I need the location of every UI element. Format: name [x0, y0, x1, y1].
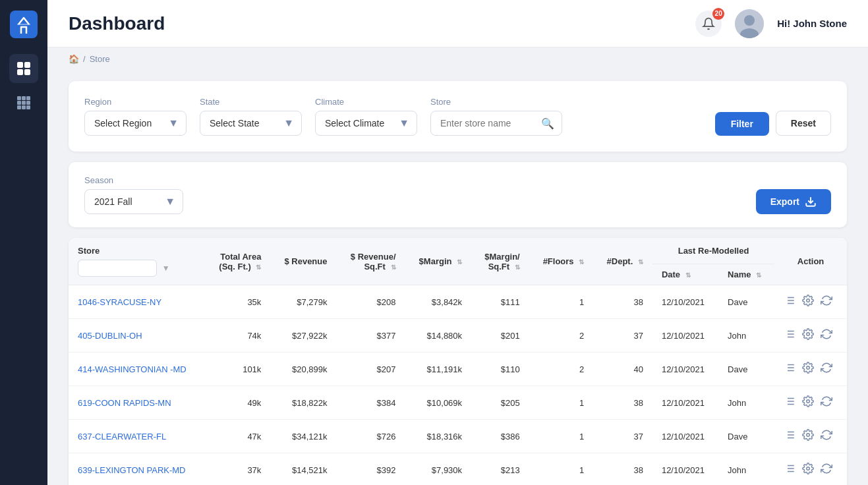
th-revenue-sqft: $ Revenue/Sq.Ft ⇅	[336, 238, 405, 285]
cell-total-area: 49k	[205, 386, 270, 420]
sidebar-item-grid[interactable]	[9, 88, 38, 117]
th-total-area: Total Area(Sq. Ft.) ⇅	[205, 238, 270, 285]
table-row: 1046-SYRACUSE-NY 35k $7,279k $208 $3,842…	[69, 285, 847, 319]
cell-margin: $11,191k	[405, 353, 472, 386]
cell-margin-sqft: $111	[471, 285, 529, 319]
svg-rect-9	[26, 101, 30, 105]
climate-select[interactable]: Select Climate	[315, 111, 417, 136]
table-body: 1046-SYRACUSE-NY 35k $7,279k $208 $3,842…	[69, 285, 847, 486]
export-label: Export	[770, 196, 799, 207]
list-icon[interactable]	[784, 362, 796, 376]
cell-store: 637-CLEARWATER-FL	[69, 420, 205, 453]
refresh-icon[interactable]	[821, 463, 832, 477]
cell-name: John	[718, 453, 774, 486]
sidebar-item-dashboard[interactable]	[9, 54, 38, 83]
filter-button[interactable]: Filter	[715, 112, 769, 136]
store-link[interactable]: 1046-SYRACUSE-NY	[78, 297, 161, 307]
cell-total-area: 74k	[205, 319, 270, 353]
cell-store: 619-COON RAPIDS-MN	[69, 386, 205, 420]
content-area: Region Select Region ▼ State Select Stat…	[47, 71, 868, 485]
cell-action	[774, 285, 847, 319]
store-input-wrapper: 🔍	[430, 111, 562, 136]
notification-badge: 20	[712, 8, 724, 20]
cell-name: Dave	[718, 420, 774, 453]
svg-rect-8	[22, 101, 26, 105]
export-button[interactable]: Export	[756, 189, 831, 214]
cell-margin: $7,930k	[405, 453, 472, 486]
list-icon[interactable]	[784, 328, 796, 343]
cell-total-area: 35k	[205, 285, 270, 319]
refresh-icon[interactable]	[821, 362, 832, 376]
user-greeting: Hi! John Stone	[777, 18, 847, 29]
state-select[interactable]: Select State	[200, 111, 302, 136]
th-date: Date ⇅	[652, 264, 718, 285]
svg-rect-7	[17, 101, 21, 105]
filter-group-store: Store 🔍	[430, 97, 562, 136]
svg-rect-0	[17, 62, 23, 68]
cell-dept: 38	[593, 453, 652, 486]
cell-margin-sqft: $213	[471, 453, 529, 486]
cell-revenue: $34,121k	[270, 420, 336, 453]
cell-name: Dave	[718, 353, 774, 386]
main-content: Dashboard 20 Hi! John Stone	[47, 0, 868, 485]
store-link[interactable]: 639-LEXINGTON PARK-MD	[78, 465, 186, 475]
cell-margin: $14,880k	[405, 319, 472, 353]
cell-revenue: $27,922k	[270, 319, 336, 353]
cell-margin: $3,842k	[405, 285, 472, 319]
region-select[interactable]: Select Region	[84, 111, 187, 136]
settings-icon[interactable]	[802, 362, 814, 376]
store-link[interactable]: 405-DUBLIN-OH	[78, 331, 142, 341]
state-label: State	[200, 97, 302, 107]
cell-floors: 1	[529, 453, 593, 486]
cell-revenue-sqft: $208	[336, 285, 405, 319]
list-icon[interactable]	[784, 463, 796, 477]
store-table-search[interactable]	[78, 260, 157, 277]
cell-floors: 1	[529, 386, 593, 420]
cell-dept: 37	[593, 319, 652, 353]
list-icon[interactable]	[784, 395, 796, 410]
refresh-icon[interactable]	[821, 295, 832, 309]
refresh-icon[interactable]	[821, 429, 832, 443]
cell-action	[774, 353, 847, 386]
region-select-wrapper: Select Region ▼	[84, 111, 187, 136]
cell-action	[774, 420, 847, 453]
cell-revenue: $20,899k	[270, 353, 336, 386]
region-label: Region	[84, 97, 187, 107]
reset-button[interactable]: Reset	[776, 111, 831, 136]
th-floors: #Floors ⇅	[529, 238, 593, 285]
cell-date: 12/10/2021	[652, 285, 718, 319]
cell-dept: 38	[593, 285, 652, 319]
svg-point-58	[807, 467, 810, 471]
settings-icon[interactable]	[802, 463, 814, 477]
list-icon[interactable]	[784, 295, 796, 309]
header: Dashboard 20 Hi! John Stone	[47, 0, 868, 47]
store-link[interactable]: 414-WASHINGTONIAN -MD	[78, 364, 187, 374]
list-icon[interactable]	[784, 429, 796, 443]
cell-store: 1046-SYRACUSE-NY	[69, 285, 205, 319]
cell-name: John	[718, 319, 774, 353]
cell-date: 12/10/2021	[652, 353, 718, 386]
filter-group-season: Season 2021 Fall ▼	[84, 175, 183, 214]
sidebar-logo	[10, 11, 38, 38]
settings-icon[interactable]	[802, 429, 814, 443]
cell-dept: 40	[593, 353, 652, 386]
cell-floors: 2	[529, 353, 593, 386]
cell-store: 639-LEXINGTON PARK-MD	[69, 453, 205, 486]
settings-icon[interactable]	[802, 395, 814, 410]
cell-revenue-sqft: $726	[336, 420, 405, 453]
settings-icon[interactable]	[802, 295, 814, 309]
season-select[interactable]: 2021 Fall	[84, 189, 183, 214]
settings-icon[interactable]	[802, 328, 814, 343]
cell-name: Dave	[718, 285, 774, 319]
refresh-icon[interactable]	[821, 328, 832, 343]
cell-revenue-sqft: $392	[336, 453, 405, 486]
svg-rect-5	[22, 96, 26, 100]
filter-group-region: Region Select Region ▼	[84, 97, 187, 136]
store-link[interactable]: 619-COON RAPIDS-MN	[78, 398, 171, 408]
home-icon: 🏠	[69, 54, 79, 64]
refresh-icon[interactable]	[821, 395, 832, 410]
cell-date: 12/10/2021	[652, 420, 718, 453]
store-link[interactable]: 637-CLEARWATER-FL	[78, 432, 166, 442]
page-title: Dashboard	[69, 13, 165, 34]
cell-action	[774, 453, 847, 486]
